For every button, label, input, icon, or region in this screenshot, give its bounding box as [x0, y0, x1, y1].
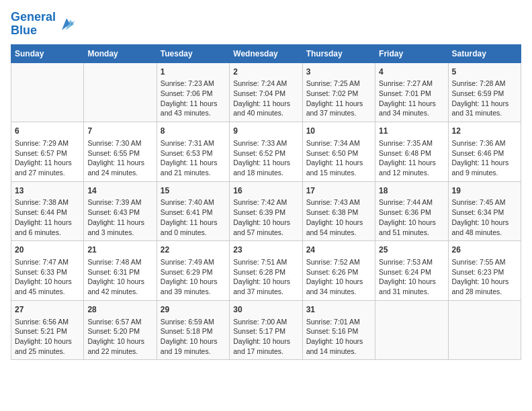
day-info: Sunrise: 7:39 AMSunset: 6:43 PMDaylight:… [87, 197, 152, 237]
calendar-week-3: 13Sunrise: 7:38 AMSunset: 6:44 PMDayligh… [11, 181, 521, 241]
calendar-cell: 28Sunrise: 6:57 AMSunset: 5:20 PMDayligh… [84, 300, 157, 360]
calendar-cell: 31Sunrise: 7:01 AMSunset: 5:16 PMDayligh… [302, 300, 375, 360]
day-info: Sunrise: 7:30 AMSunset: 6:55 PMDaylight:… [87, 138, 152, 178]
day-number: 30 [233, 304, 298, 316]
day-info: Sunrise: 7:23 AMSunset: 7:06 PMDaylight:… [161, 79, 226, 118]
calendar-cell: 21Sunrise: 7:48 AMSunset: 6:31 PMDayligh… [84, 241, 157, 301]
calendar-cell: 4Sunrise: 7:27 AMSunset: 7:01 PMDaylight… [375, 62, 448, 122]
day-number: 25 [379, 244, 444, 256]
calendar-cell: 20Sunrise: 7:47 AMSunset: 6:33 PMDayligh… [11, 241, 84, 301]
day-info: Sunrise: 7:38 AMSunset: 6:44 PMDaylight:… [15, 197, 80, 237]
day-number: 9 [233, 126, 298, 137]
day-number: 14 [87, 185, 152, 197]
day-number: 2 [233, 66, 298, 78]
day-info: Sunrise: 7:01 AMSunset: 5:16 PMDaylight:… [306, 317, 371, 357]
calendar-cell: 27Sunrise: 6:56 AMSunset: 5:21 PMDayligh… [11, 300, 84, 360]
day-info: Sunrise: 7:31 AMSunset: 6:53 PMDaylight:… [161, 138, 226, 178]
calendar-cell: 2Sunrise: 7:24 AMSunset: 7:04 PMDaylight… [230, 62, 302, 122]
calendar-cell: 6Sunrise: 7:29 AMSunset: 6:57 PMDaylight… [11, 122, 84, 182]
day-info: Sunrise: 6:59 AMSunset: 5:18 PMDaylight:… [161, 317, 226, 357]
day-info: Sunrise: 7:43 AMSunset: 6:38 PMDaylight:… [306, 197, 371, 237]
day-info: Sunrise: 7:45 AMSunset: 6:34 PMDaylight:… [452, 197, 517, 237]
day-number: 11 [379, 126, 444, 137]
day-number: 22 [161, 244, 226, 256]
calendar-body: 1Sunrise: 7:23 AMSunset: 7:06 PMDaylight… [11, 62, 521, 360]
calendar-cell: 7Sunrise: 7:30 AMSunset: 6:55 PMDaylight… [84, 122, 157, 182]
day-number: 10 [306, 126, 371, 137]
day-info: Sunrise: 7:51 AMSunset: 6:28 PMDaylight:… [233, 257, 298, 297]
calendar-cell [11, 62, 84, 122]
header-col-monday: Monday [84, 44, 157, 62]
calendar-cell: 9Sunrise: 7:33 AMSunset: 6:52 PMDaylight… [230, 122, 302, 182]
calendar-cell: 10Sunrise: 7:34 AMSunset: 6:50 PMDayligh… [302, 122, 375, 182]
header-col-wednesday: Wednesday [230, 44, 302, 62]
day-number: 6 [15, 126, 80, 137]
day-info: Sunrise: 7:44 AMSunset: 6:36 PMDaylight:… [379, 197, 444, 237]
day-info: Sunrise: 7:00 AMSunset: 5:17 PMDaylight:… [233, 317, 298, 357]
calendar-cell: 11Sunrise: 7:35 AMSunset: 6:48 PMDayligh… [375, 122, 448, 182]
header-row: SundayMondayTuesdayWednesdayThursdayFrid… [11, 44, 521, 62]
calendar-cell: 26Sunrise: 7:55 AMSunset: 6:23 PMDayligh… [448, 241, 521, 301]
day-number: 1 [161, 66, 226, 78]
header-col-tuesday: Tuesday [157, 44, 229, 62]
calendar-cell: 15Sunrise: 7:40 AMSunset: 6:41 PMDayligh… [157, 181, 229, 241]
calendar-cell [448, 300, 521, 360]
calendar-cell: 29Sunrise: 6:59 AMSunset: 5:18 PMDayligh… [157, 300, 229, 360]
day-number: 18 [379, 185, 444, 197]
day-number: 20 [15, 244, 80, 256]
day-info: Sunrise: 7:27 AMSunset: 7:01 PMDaylight:… [379, 79, 444, 118]
calendar-week-2: 6Sunrise: 7:29 AMSunset: 6:57 PMDaylight… [11, 122, 521, 182]
day-number: 12 [452, 126, 517, 137]
day-info: Sunrise: 7:55 AMSunset: 6:23 PMDaylight:… [452, 257, 517, 297]
day-number: 8 [161, 126, 226, 137]
day-info: Sunrise: 7:42 AMSunset: 6:39 PMDaylight:… [233, 197, 298, 237]
day-number: 27 [15, 304, 80, 316]
calendar-cell: 22Sunrise: 7:49 AMSunset: 6:29 PMDayligh… [157, 241, 229, 301]
day-info: Sunrise: 7:28 AMSunset: 6:59 PMDaylight:… [452, 79, 517, 118]
header-col-friday: Friday [375, 44, 448, 62]
logo-text: GeneralBlue [11, 11, 56, 38]
calendar-week-4: 20Sunrise: 7:47 AMSunset: 6:33 PMDayligh… [11, 241, 521, 301]
calendar-cell: 23Sunrise: 7:51 AMSunset: 6:28 PMDayligh… [230, 241, 302, 301]
calendar-cell: 24Sunrise: 7:52 AMSunset: 6:26 PMDayligh… [302, 241, 375, 301]
day-number: 3 [306, 66, 371, 78]
calendar-cell: 25Sunrise: 7:53 AMSunset: 6:24 PMDayligh… [375, 241, 448, 301]
day-info: Sunrise: 7:35 AMSunset: 6:48 PMDaylight:… [379, 138, 444, 178]
day-number: 19 [452, 185, 517, 197]
calendar-cell: 3Sunrise: 7:25 AMSunset: 7:02 PMDaylight… [302, 62, 375, 122]
header-col-sunday: Sunday [11, 44, 84, 62]
day-info: Sunrise: 7:24 AMSunset: 7:04 PMDaylight:… [233, 79, 298, 118]
day-number: 17 [306, 185, 371, 197]
calendar-cell: 13Sunrise: 7:38 AMSunset: 6:44 PMDayligh… [11, 181, 84, 241]
calendar-cell: 19Sunrise: 7:45 AMSunset: 6:34 PMDayligh… [448, 181, 521, 241]
page-header: GeneralBlue [11, 11, 521, 38]
day-info: Sunrise: 6:57 AMSunset: 5:20 PMDaylight:… [87, 317, 152, 357]
calendar-cell: 16Sunrise: 7:42 AMSunset: 6:39 PMDayligh… [230, 181, 302, 241]
calendar-cell [84, 62, 157, 122]
day-number: 7 [87, 126, 152, 137]
day-number: 23 [233, 244, 298, 256]
day-info: Sunrise: 6:56 AMSunset: 5:21 PMDaylight:… [15, 317, 80, 357]
day-number: 16 [233, 185, 298, 197]
day-number: 4 [379, 66, 444, 78]
calendar-cell: 12Sunrise: 7:36 AMSunset: 6:46 PMDayligh… [448, 122, 521, 182]
day-number: 29 [161, 304, 226, 316]
logo: GeneralBlue [11, 11, 76, 38]
day-number: 15 [161, 185, 226, 197]
day-info: Sunrise: 7:48 AMSunset: 6:31 PMDaylight:… [87, 257, 152, 297]
day-number: 26 [452, 244, 517, 256]
day-number: 21 [87, 244, 152, 256]
calendar-cell: 5Sunrise: 7:28 AMSunset: 6:59 PMDaylight… [448, 62, 521, 122]
day-info: Sunrise: 7:40 AMSunset: 6:41 PMDaylight:… [161, 197, 226, 237]
calendar-header: SundayMondayTuesdayWednesdayThursdayFrid… [11, 44, 521, 62]
day-info: Sunrise: 7:49 AMSunset: 6:29 PMDaylight:… [161, 257, 226, 297]
day-info: Sunrise: 7:33 AMSunset: 6:52 PMDaylight:… [233, 138, 298, 178]
day-info: Sunrise: 7:34 AMSunset: 6:50 PMDaylight:… [306, 138, 371, 178]
day-number: 31 [306, 304, 371, 316]
calendar-cell [375, 300, 448, 360]
day-info: Sunrise: 7:47 AMSunset: 6:33 PMDaylight:… [15, 257, 80, 297]
day-info: Sunrise: 7:52 AMSunset: 6:26 PMDaylight:… [306, 257, 371, 297]
header-col-saturday: Saturday [448, 44, 521, 62]
calendar-cell: 1Sunrise: 7:23 AMSunset: 7:06 PMDaylight… [157, 62, 229, 122]
calendar-cell: 8Sunrise: 7:31 AMSunset: 6:53 PMDaylight… [157, 122, 229, 182]
